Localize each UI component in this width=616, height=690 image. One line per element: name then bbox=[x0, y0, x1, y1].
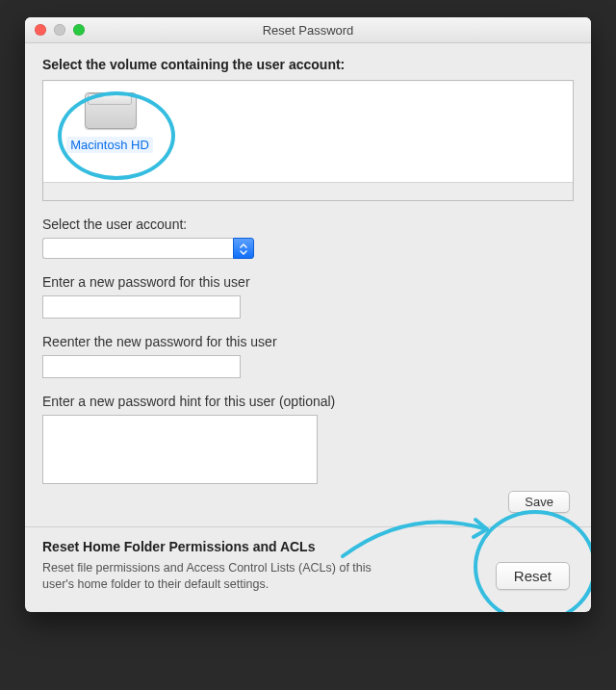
dropdown-button[interactable] bbox=[233, 238, 254, 259]
confirm-password-label: Reenter the new password for this user bbox=[42, 334, 574, 349]
horizontal-scroll-track[interactable] bbox=[43, 182, 573, 200]
permissions-block: Reset Home Folder Permissions and ACLs R… bbox=[42, 539, 574, 593]
user-account-select[interactable] bbox=[42, 238, 254, 259]
hard-drive-icon bbox=[79, 87, 141, 133]
user-account-value bbox=[42, 238, 233, 259]
new-password-input[interactable] bbox=[42, 295, 241, 319]
password-hint-input[interactable] bbox=[42, 415, 318, 484]
volume-item-macintosh-hd[interactable]: Macintosh HD bbox=[57, 87, 163, 153]
password-hint-block: Enter a new password hint for this user … bbox=[42, 394, 574, 487]
save-row: Save bbox=[42, 491, 574, 513]
select-volume-label: Select the volume containing the user ac… bbox=[42, 57, 574, 72]
reset-password-window: Reset Password Select the volume contain… bbox=[25, 17, 591, 612]
annotation-circle-reset bbox=[474, 510, 591, 612]
password-hint-label: Enter a new password hint for this user … bbox=[42, 394, 574, 409]
confirm-password-block: Reenter the new password for this user bbox=[42, 334, 574, 378]
volume-list-panel[interactable]: Macintosh HD bbox=[42, 80, 574, 201]
new-password-label: Enter a new password for this user bbox=[42, 274, 574, 290]
permissions-title: Reset Home Folder Permissions and ACLs bbox=[42, 539, 574, 554]
volume-name-label: Macintosh HD bbox=[66, 137, 153, 153]
new-password-block: Enter a new password for this user bbox=[42, 274, 574, 319]
user-account-block: Select the user account: bbox=[42, 217, 574, 259]
confirm-password-input[interactable] bbox=[42, 355, 241, 378]
select-user-label: Select the user account: bbox=[42, 217, 574, 232]
reset-button[interactable]: Reset bbox=[496, 562, 570, 590]
section-divider bbox=[25, 526, 591, 527]
window-title: Reset Password bbox=[25, 23, 591, 38]
save-button[interactable]: Save bbox=[508, 491, 570, 513]
titlebar: Reset Password bbox=[25, 17, 591, 43]
permissions-description: Reset file permissions and Access Contro… bbox=[42, 560, 398, 593]
content-area: Select the volume containing the user ac… bbox=[25, 43, 591, 612]
chevron-updown-icon bbox=[238, 242, 249, 257]
